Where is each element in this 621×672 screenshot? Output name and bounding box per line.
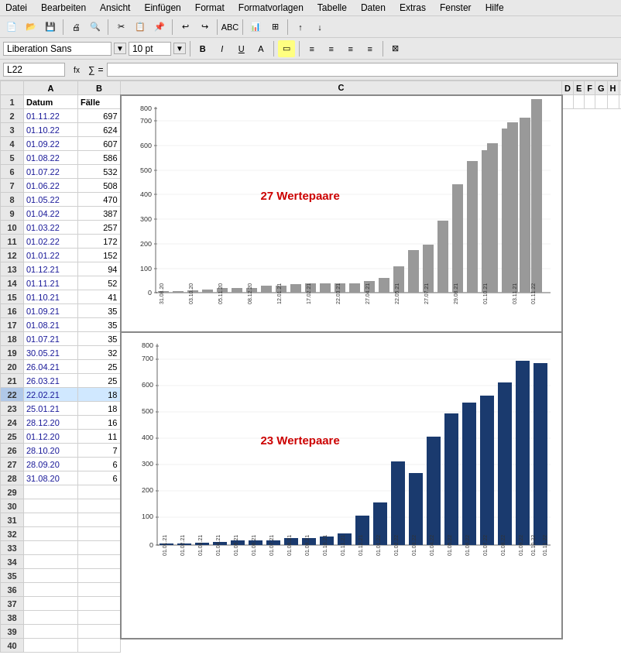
cell-B4[interactable]: 607 — [78, 137, 121, 151]
save-button[interactable]: 💾 — [42, 19, 59, 36]
cell-B2[interactable]: 697 — [78, 109, 121, 123]
cell-B17[interactable]: 35 — [78, 318, 121, 332]
cell-A15[interactable]: 01.10.21 — [24, 290, 78, 304]
italic-button[interactable]: I — [214, 40, 231, 57]
cell-A35[interactable] — [24, 569, 78, 583]
cell-B26[interactable]: 7 — [78, 444, 121, 458]
cell-B11[interactable]: 172 — [78, 235, 121, 249]
cell-B33[interactable] — [78, 541, 121, 555]
cell-B8[interactable]: 470 — [78, 193, 121, 207]
copy-button[interactable]: 📋 — [132, 19, 149, 36]
cell-B25[interactable]: 11 — [78, 430, 121, 444]
font-selector[interactable] — [3, 42, 112, 56]
menu-datei[interactable]: Datei — [3, 2, 29, 14]
size-selector[interactable] — [129, 42, 171, 56]
cell-A4[interactable]: 01.09.22 — [24, 137, 78, 151]
cell-C18[interactable]: 23 Wertepaare 0 100 — [121, 332, 562, 639]
cell-A39[interactable] — [24, 625, 78, 639]
cell-B9[interactable]: 387 — [78, 207, 121, 221]
print-button[interactable]: 🖨 — [67, 19, 84, 36]
cell-A17[interactable]: 01.08.21 — [24, 318, 78, 332]
col-header-D[interactable]: D — [562, 81, 574, 95]
cell-B30[interactable] — [78, 499, 121, 513]
cell-A19[interactable]: 30.05.21 — [24, 346, 78, 360]
cell-A9[interactable]: 01.04.22 — [24, 207, 78, 221]
menu-hilfe[interactable]: Hilfe — [483, 2, 506, 14]
cell-A2[interactable]: 01.11.22 — [24, 109, 78, 123]
menu-format[interactable]: Format — [193, 2, 227, 14]
cell-B22[interactable]: 18 — [78, 388, 121, 402]
cell-B31[interactable] — [78, 513, 121, 527]
cell-H1[interactable] — [607, 95, 619, 109]
cell-G1[interactable] — [595, 95, 608, 109]
cell-A24[interactable]: 28.12.20 — [24, 416, 78, 430]
menu-ansicht[interactable]: Ansicht — [98, 2, 132, 14]
cell-A11[interactable]: 01.02.22 — [24, 235, 78, 249]
function-wizard-button[interactable]: fx — [68, 61, 85, 78]
cell-B20[interactable]: 25 — [78, 360, 121, 374]
cell-B16[interactable]: 35 — [78, 304, 121, 318]
formula-input[interactable] — [107, 63, 618, 77]
align-left-button[interactable]: ≡ — [304, 40, 321, 57]
col-header-A[interactable]: A — [24, 81, 78, 95]
cell-B38[interactable] — [78, 611, 121, 625]
col-header-F[interactable]: F — [585, 81, 595, 95]
cell-A30[interactable] — [24, 499, 78, 513]
align-center-button[interactable]: ≡ — [323, 40, 340, 57]
paste-button[interactable]: 📌 — [151, 19, 168, 36]
cell-B3[interactable]: 624 — [78, 123, 121, 137]
menu-bearbeiten[interactable]: Bearbeiten — [39, 2, 88, 14]
cell-A16[interactable]: 01.09.21 — [24, 304, 78, 318]
menu-einfuegen[interactable]: Einfügen — [142, 2, 183, 14]
cell-A18[interactable]: 01.07.21 — [24, 332, 78, 346]
menu-fenster[interactable]: Fenster — [437, 2, 474, 14]
new-button[interactable]: 📄 — [3, 19, 20, 36]
cell-A1[interactable]: Datum — [24, 95, 78, 109]
cell-A13[interactable]: 01.12.21 — [24, 262, 78, 276]
cell-A23[interactable]: 25.01.21 — [24, 402, 78, 416]
cell-A34[interactable] — [24, 555, 78, 569]
col-header-E[interactable]: E — [573, 81, 584, 95]
cell-B1[interactable]: Fälle — [78, 95, 121, 109]
cell-B5[interactable]: 586 — [78, 151, 121, 165]
cell-A36[interactable] — [24, 583, 78, 597]
cell-A7[interactable]: 01.06.22 — [24, 179, 78, 193]
cell-B37[interactable] — [78, 597, 121, 611]
cell-A5[interactable]: 01.08.22 — [24, 151, 78, 165]
cell-B10[interactable]: 257 — [78, 221, 121, 235]
align-justify-button[interactable]: ≡ — [362, 40, 379, 57]
sort-asc-button[interactable]: ↑ — [292, 19, 309, 36]
cell-B28[interactable]: 6 — [78, 471, 121, 485]
cell-A21[interactable]: 26.03.21 — [24, 374, 78, 388]
open-button[interactable]: 📂 — [22, 19, 39, 36]
cell-A27[interactable]: 28.09.20 — [24, 458, 78, 471]
cell-A12[interactable]: 01.01.22 — [24, 249, 78, 262]
cell-B21[interactable]: 25 — [78, 374, 121, 388]
sort-desc-button[interactable]: ↓ — [311, 19, 328, 36]
cell-B29[interactable] — [78, 485, 121, 499]
preview-button[interactable]: 🔍 — [87, 19, 104, 36]
cell-A8[interactable]: 01.05.22 — [24, 193, 78, 207]
cell-B6[interactable]: 532 — [78, 165, 121, 179]
menu-tabelle[interactable]: Tabelle — [315, 2, 349, 14]
col-header-C[interactable]: C — [121, 81, 562, 95]
cell-A37[interactable] — [24, 597, 78, 611]
chart-button[interactable]: 📊 — [247, 19, 264, 36]
cell-A10[interactable]: 01.03.22 — [24, 221, 78, 235]
undo-button[interactable]: ↩ — [177, 19, 194, 36]
cell-A32[interactable] — [24, 527, 78, 541]
underline-button[interactable]: U — [233, 40, 250, 57]
font-dropdown[interactable]: ▼ — [114, 43, 126, 54]
table-button[interactable]: ⊞ — [266, 19, 283, 36]
cell-E1[interactable] — [573, 95, 584, 109]
cell-A28[interactable]: 31.08.20 — [24, 471, 78, 485]
cell-B24[interactable]: 16 — [78, 416, 121, 430]
cell-A33[interactable] — [24, 541, 78, 555]
col-header-H[interactable]: H — [607, 81, 619, 95]
cell-B27[interactable]: 6 — [78, 458, 121, 471]
cut-button[interactable]: ✂ — [112, 19, 129, 36]
cell-B34[interactable] — [78, 555, 121, 569]
spell-button[interactable]: ABC — [221, 19, 238, 36]
cell-B12[interactable]: 152 — [78, 249, 121, 262]
cell-B14[interactable]: 52 — [78, 276, 121, 290]
